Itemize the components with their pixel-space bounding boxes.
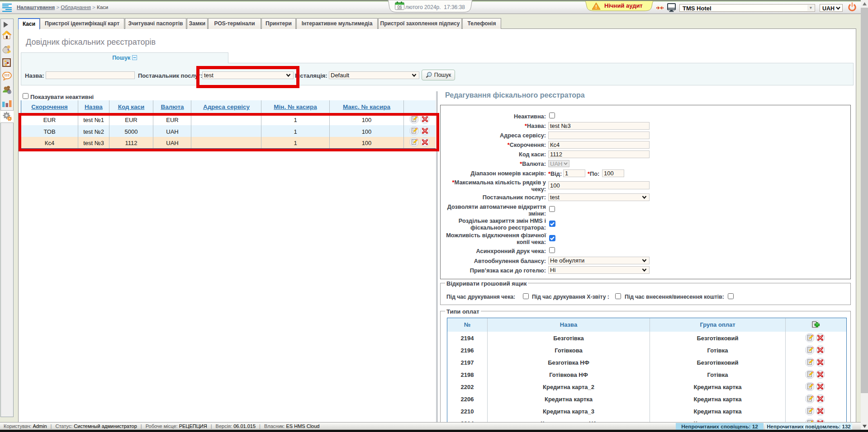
svg-text:06: 06 [397,5,402,9]
svg-text:!: ! [595,4,597,9]
